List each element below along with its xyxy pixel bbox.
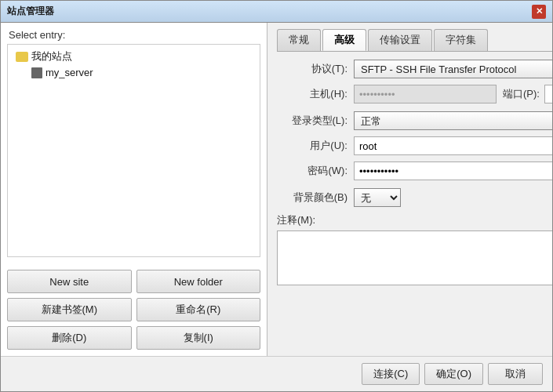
tab-general[interactable]: 常规 [277,29,321,51]
window-title: 站点管理器 [7,5,54,18]
protocol-row: 协议(T): SFTP - SSH File Transfer Protocol [277,60,552,78]
bg-color-select[interactable]: 无 [354,188,401,207]
rename-button[interactable]: 重命名(R) [136,298,261,321]
user-label: 用户(U): [277,139,347,153]
new-site-button[interactable]: New site [7,270,132,293]
notes-textarea[interactable] [277,230,552,285]
login-type-label: 登录类型(L): [277,114,347,128]
host-row: 主机(H): 端口(P): [277,85,552,103]
tree-root-item[interactable]: 我的站点 [16,48,252,65]
tree-area[interactable]: 我的站点 my_server [7,44,260,257]
select-entry-label: Select entry: [1,23,267,44]
login-type-select[interactable]: 正常 [354,111,552,130]
main-content: Select entry: 我的站点 my_server New site Ne… [1,23,552,356]
right-panel: 常规 高级 传输设置 字符集 协议(T): SFTP - SSH File Tr… [267,23,552,356]
cancel-button[interactable]: 取消 [488,363,543,385]
bg-color-label: 背景颜色(B) [277,191,347,205]
tab-transfer[interactable]: 传输设置 [368,29,432,51]
root-label: 我的站点 [31,49,72,64]
login-type-row: 登录类型(L): 正常 [277,111,552,130]
new-folder-button[interactable]: New folder [136,270,261,293]
connect-button[interactable]: 连接(C) [362,363,420,385]
host-label: 主机(H): [277,87,347,101]
server-label: my_server [45,67,93,78]
protocol-label: 协议(T): [277,62,347,76]
notes-section: 注释(M): [277,213,552,288]
ok-button[interactable]: 确定(O) [424,363,483,385]
new-bookmark-button[interactable]: 新建书签(M) [7,298,132,321]
server-item[interactable]: my_server [16,65,252,80]
bg-color-row: 背景颜色(B) 无 [277,188,552,207]
protocol-select[interactable]: SFTP - SSH File Transfer Protocol [354,60,552,78]
main-window: 站点管理器 ✕ Select entry: 我的站点 my_server New… [0,0,553,392]
tab-charset[interactable]: 字符集 [434,29,488,51]
port-label: 端口(P): [503,87,540,101]
port-input[interactable] [544,85,552,103]
user-row: 用户(U): [277,136,552,155]
delete-button[interactable]: 删除(D) [7,326,132,350]
server-icon [31,67,42,78]
action-buttons: New site New folder 新建书签(M) 重命名(R) 删除(D)… [1,263,267,356]
folder-icon [16,52,28,62]
title-bar: 站点管理器 ✕ [1,1,552,23]
notes-label: 注释(M): [277,213,552,227]
tab-advanced[interactable]: 高级 [322,29,366,51]
close-button[interactable]: ✕ [532,5,546,19]
form-area: 协议(T): SFTP - SSH File Transfer Protocol… [277,60,552,350]
password-label: 密码(W): [277,164,347,178]
password-row: 密码(W): [277,162,552,180]
left-panel: Select entry: 我的站点 my_server New site Ne… [1,23,267,356]
user-input[interactable] [354,136,552,155]
password-input[interactable] [354,162,552,180]
copy-button[interactable]: 复制(I) [136,326,261,350]
bottom-bar: 连接(C) 确定(O) 取消 [1,356,552,391]
tabs-row: 常规 高级 传输设置 字符集 [277,29,552,52]
host-input[interactable] [354,85,497,103]
